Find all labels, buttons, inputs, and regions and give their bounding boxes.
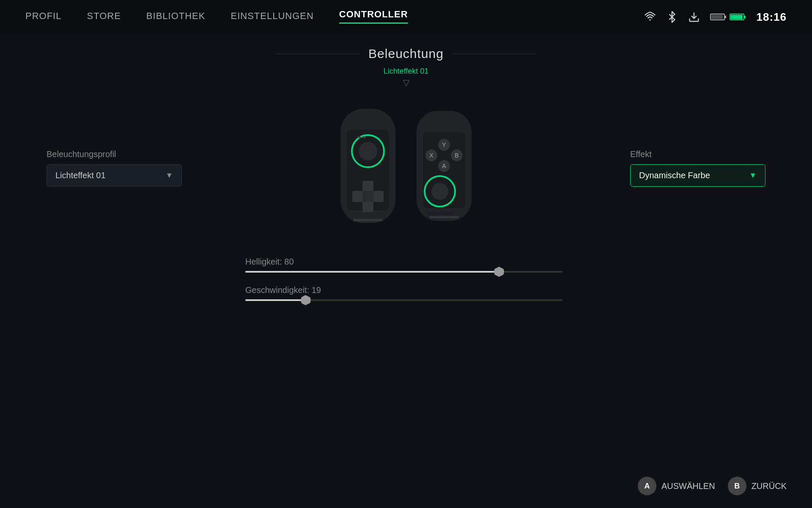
svg-rect-6: [744, 16, 746, 18]
svg-rect-35: [429, 216, 459, 218]
joycon-left: [332, 105, 404, 232]
divider-left: [275, 54, 360, 54]
svg-text:A: A: [442, 163, 446, 169]
effekt-dropdown-arrow-icon: ▼: [749, 171, 757, 180]
bottom-buttons: A AUSWÄHLEN B ZURÜCK: [638, 477, 787, 495]
b-button-label: B: [734, 482, 740, 491]
sliders-section: Helligkeit: 80 Geschwindigkeit: 19: [237, 257, 575, 314]
download-icon: [688, 11, 700, 23]
brightness-thumb[interactable]: [494, 267, 504, 277]
effekt-value: Dynamische Farbe: [639, 171, 710, 180]
bluetooth-icon: [666, 11, 678, 23]
svg-rect-15: [352, 191, 363, 202]
speed-track[interactable]: [245, 299, 562, 301]
top-navigation: PROFIL STORE BIBLIOTHEK EINSTELLUNGEN CO…: [0, 0, 812, 34]
b-button-group[interactable]: B ZURÜCK: [728, 477, 787, 495]
nav-item-store[interactable]: STORE: [87, 11, 121, 23]
a-button[interactable]: A: [638, 477, 656, 495]
wifi-icon: [644, 11, 656, 23]
section-divider: Beleuchtung: [275, 47, 537, 61]
section-header: Beleuchtung Lichteffekt 01 ▽: [275, 47, 537, 88]
nav-links: PROFIL STORE BIBLIOTHEK EINSTELLUNGEN CO…: [25, 9, 408, 25]
svg-rect-3: [724, 16, 726, 18]
svg-rect-20: [353, 219, 383, 221]
battery-icon-1: [710, 13, 727, 21]
svg-rect-14: [362, 201, 373, 212]
svg-rect-16: [373, 191, 384, 202]
svg-rect-4: [711, 15, 723, 19]
brightness-slider-group: Helligkeit: 80: [245, 257, 567, 273]
brightness-track[interactable]: [245, 271, 562, 273]
battery-group: [710, 13, 746, 21]
time-display: 18:16: [757, 11, 787, 24]
effekt-dropdown[interactable]: Dynamische Farbe ▼: [630, 164, 765, 187]
svg-point-12: [359, 142, 377, 160]
b-button[interactable]: B: [728, 477, 746, 495]
svg-point-0: [649, 19, 651, 21]
main-content: Beleuchtung Lichteffekt 01 ▽ Beleuchtung…: [0, 34, 812, 314]
svg-text:B: B: [455, 152, 458, 159]
dropdown-arrow-icon: ▼: [165, 171, 173, 180]
effekt-label: Effekt: [630, 149, 652, 159]
divider-right: [452, 54, 537, 54]
chevron-down-icon: ▽: [403, 77, 409, 88]
nav-item-profil[interactable]: PROFIL: [25, 11, 61, 23]
section-title: Beleuchtung: [368, 47, 444, 61]
beleuchtungsprofil-value: Lichteffekt 01: [55, 171, 106, 180]
nav-item-controller[interactable]: CONTROLLER: [339, 9, 408, 25]
svg-rect-7: [731, 15, 743, 19]
b-button-action: ZURÜCK: [752, 481, 787, 491]
controllers-container: Y B A X: [332, 105, 480, 232]
svg-rect-13: [362, 181, 373, 192]
svg-point-33: [431, 183, 448, 200]
a-button-group[interactable]: A AUSWÄHLEN: [638, 477, 715, 495]
a-button-action: AUSWÄHLEN: [661, 481, 715, 491]
svg-text:Y: Y: [442, 141, 446, 148]
controller-area: Beleuchtungsprofil Lichteffekt 01 ▼: [0, 105, 812, 232]
nav-right: 18:16: [644, 11, 787, 24]
right-panel: Effekt Dynamische Farbe ▼: [630, 149, 765, 187]
speed-label: Geschwindigkeit: 19: [245, 285, 567, 295]
joycon-right: Y B A X: [412, 107, 480, 229]
section-subtitle: Lichteffekt 01: [384, 67, 429, 76]
battery-icon-2: [730, 13, 746, 21]
beleuchtungsprofil-label: Beleuchtungsprofil: [47, 149, 116, 159]
left-panel: Beleuchtungsprofil Lichteffekt 01 ▼: [47, 149, 182, 187]
nav-item-einstellungen[interactable]: EINSTELLUNGEN: [230, 11, 313, 23]
nav-item-bibliothek[interactable]: BIBLIOTHEK: [146, 11, 206, 23]
brightness-fill: [245, 271, 499, 273]
speed-slider-group: Geschwindigkeit: 19: [245, 285, 567, 301]
speed-fill: [245, 299, 306, 301]
svg-text:X: X: [429, 152, 433, 159]
svg-rect-17: [362, 191, 373, 202]
svg-rect-18: [357, 136, 361, 138]
brightness-label: Helligkeit: 80: [245, 257, 567, 267]
speed-thumb[interactable]: [301, 295, 311, 305]
svg-rect-19: [362, 136, 366, 138]
a-button-label: A: [644, 482, 650, 491]
beleuchtungsprofil-dropdown[interactable]: Lichteffekt 01 ▼: [47, 164, 182, 187]
